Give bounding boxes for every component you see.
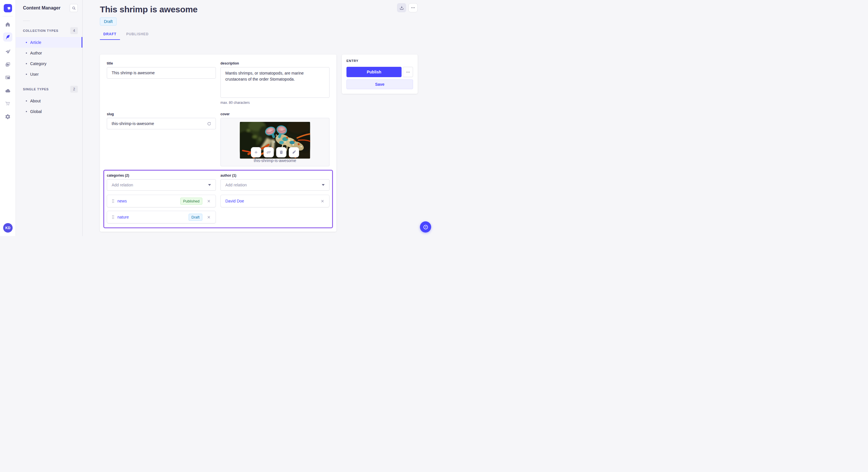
subnav-title: Content Manager — [23, 5, 61, 11]
cart-icon[interactable] — [3, 99, 12, 108]
version-tabs: DRAFT PUBLISHED — [100, 32, 417, 40]
subnav-divider — [23, 21, 30, 21]
cover-field: cover — [220, 112, 330, 166]
remove-relation-button[interactable] — [320, 198, 325, 204]
download-icon — [399, 5, 404, 10]
sidebar-item-label: Author — [30, 51, 42, 55]
sidebar-item-user[interactable]: User — [16, 69, 82, 79]
add-asset-button[interactable] — [251, 147, 261, 158]
sidebar-item-global[interactable]: Global — [16, 106, 82, 117]
relation-link[interactable]: David Doe — [225, 199, 244, 203]
author-relation-select[interactable]: Add relation — [220, 179, 330, 191]
media-icon[interactable] — [3, 60, 12, 69]
bullet-icon — [26, 74, 27, 75]
content-manager-subnav: Content Manager COLLECTION TYPES 4 Artic… — [16, 0, 83, 236]
title-field: title — [107, 61, 216, 105]
page-title: This shrimp is awesome — [100, 5, 417, 14]
close-icon — [207, 199, 211, 203]
categories-field: categories (2) Add relation news Publish — [107, 173, 216, 224]
slug-input[interactable] — [107, 118, 216, 129]
relation-row-author: David Doe — [220, 195, 330, 207]
sidebar-item-label: Category — [30, 61, 46, 66]
description-input[interactable]: Mantis shrimps, or stomatopods, are mari… — [220, 67, 330, 98]
author-label: author (1) — [220, 173, 330, 177]
relation-row-news: news Published — [107, 195, 216, 207]
gear-icon[interactable] — [3, 112, 12, 121]
save-button[interactable]: Save — [346, 79, 413, 89]
relation-link[interactable]: news — [117, 199, 127, 203]
remove-relation-button[interactable] — [206, 214, 212, 220]
bullet-icon — [26, 111, 27, 112]
remove-relation-button[interactable] — [206, 198, 212, 204]
description-label: description — [220, 61, 330, 65]
sidebar-item-label: User — [30, 72, 39, 76]
regenerate-slug-button[interactable] — [206, 120, 212, 127]
bullet-icon — [26, 100, 27, 102]
entry-more-button[interactable] — [403, 67, 413, 77]
trash-icon — [279, 150, 284, 155]
sidebar-item-label: About — [30, 99, 41, 103]
collection-types-section: COLLECTION TYPES 4 Article Author Catego… — [16, 27, 82, 79]
cloud-icon[interactable] — [3, 86, 12, 95]
single-types-section: SINGLE TYPES 2 About Global — [16, 86, 82, 117]
more-icon — [406, 70, 410, 74]
publish-button[interactable]: Publish — [346, 67, 402, 77]
description-field: description Mantis shrimps, or stomatopo… — [220, 61, 330, 105]
title-label: title — [107, 61, 216, 65]
main-content: This shrimp is awesome Draft DRAFT PUBLI… — [83, 0, 434, 236]
title-input[interactable] — [107, 67, 216, 78]
search-button[interactable] — [70, 4, 78, 12]
strapi-logo[interactable] — [4, 4, 12, 12]
sidebar-item-category[interactable]: Category — [16, 58, 82, 69]
feather-icon[interactable] — [3, 32, 12, 42]
section-label: COLLECTION TYPES — [23, 29, 58, 32]
status-badge: Draft — [100, 18, 117, 26]
entry-heading: ENTRY — [346, 59, 413, 63]
bullet-icon — [26, 53, 27, 54]
sidebar-item-label: Article — [30, 40, 41, 45]
sidebar-item-author[interactable]: Author — [16, 47, 82, 58]
published-status-pill: Published — [180, 198, 203, 205]
single-types-count: 2 — [70, 86, 78, 93]
relation-row-nature: nature Draft — [107, 211, 216, 224]
categories-relation-select[interactable]: Add relation — [107, 179, 216, 191]
slug-label: slug — [107, 112, 216, 116]
entry-form-card: title description Mantis shrimps, or sto… — [100, 55, 336, 232]
strapi-logo-glyph — [4, 4, 12, 12]
edit-asset-button[interactable] — [289, 147, 299, 158]
drag-handle-icon[interactable] — [112, 215, 115, 220]
send-icon[interactable] — [3, 47, 12, 56]
download-button[interactable] — [397, 3, 406, 12]
close-icon — [207, 215, 211, 220]
author-field: author (1) Add relation David Doe — [220, 173, 330, 224]
pencil-icon — [291, 150, 296, 155]
select-placeholder: Add relation — [112, 183, 133, 187]
entry-panel: ENTRY Publish Save — [342, 55, 417, 94]
more-icon — [411, 5, 415, 10]
link-icon — [267, 150, 271, 155]
bullet-icon — [26, 42, 27, 43]
svg-text:?: ? — [425, 226, 427, 229]
sidebar-item-label: Global — [30, 109, 42, 114]
drag-handle-icon[interactable] — [112, 199, 115, 203]
cover-caption: this-shrimp-is-awesome — [221, 158, 329, 163]
bullet-icon — [26, 63, 27, 64]
relations-highlight-outline: categories (2) Add relation news Publish — [103, 170, 333, 228]
copy-link-button[interactable] — [264, 147, 274, 158]
more-options-button[interactable] — [408, 3, 417, 12]
home-icon[interactable] — [3, 20, 12, 29]
question-icon: ? — [423, 224, 429, 230]
help-button[interactable]: ? — [420, 222, 431, 233]
categories-label: categories (2) — [107, 173, 216, 177]
sidebar-item-about[interactable]: About — [16, 96, 82, 106]
relation-link[interactable]: nature — [117, 215, 129, 220]
layout-icon[interactable] — [3, 73, 12, 82]
plus-icon — [254, 150, 258, 155]
cover-actions — [251, 147, 299, 158]
close-icon — [320, 199, 324, 203]
sidebar-item-article[interactable]: Article — [16, 37, 82, 47]
delete-asset-button[interactable] — [276, 147, 286, 158]
tab-published[interactable]: PUBLISHED — [123, 32, 152, 40]
user-avatar[interactable]: KD — [3, 223, 12, 233]
tab-draft[interactable]: DRAFT — [100, 32, 120, 40]
